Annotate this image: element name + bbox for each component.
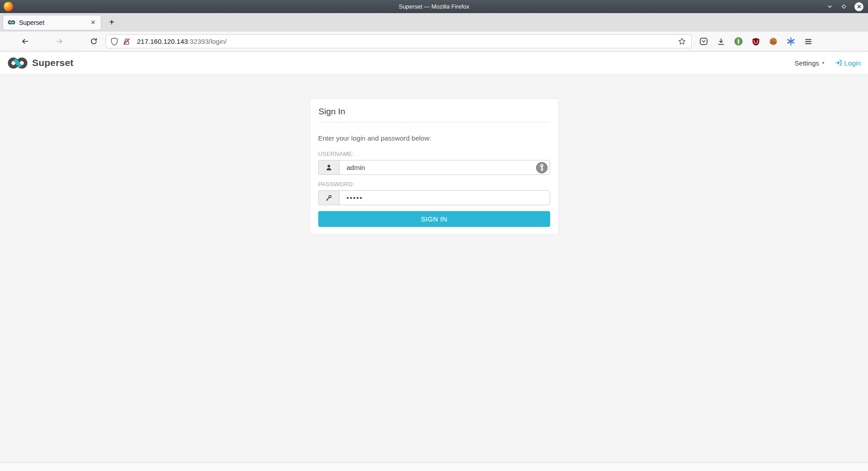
username-label: USERNAME: xyxy=(318,151,550,157)
tracking-protection-shield-icon[interactable] xyxy=(111,38,118,46)
tab-strip: Superset ✕ + xyxy=(0,13,868,32)
window-close-icon[interactable] xyxy=(854,2,863,11)
downloads-icon[interactable] xyxy=(717,38,725,46)
settings-label: Settings xyxy=(795,59,819,67)
sign-in-button[interactable]: SIGN IN xyxy=(318,211,550,227)
extension-green-icon[interactable] xyxy=(734,37,743,46)
password-label: PASSWORD: xyxy=(318,181,550,188)
cookie-icon[interactable] xyxy=(769,37,778,46)
reload-button[interactable] xyxy=(86,34,101,49)
url-text: 217.160.120.143:32393/login/ xyxy=(137,38,227,45)
login-label: Login xyxy=(844,59,861,67)
url-path: :32393/login/ xyxy=(188,38,227,45)
password-group xyxy=(318,190,550,205)
firefox-icon xyxy=(4,2,13,11)
page-content: Sign In Enter your login and password be… xyxy=(0,75,868,471)
back-button[interactable] xyxy=(17,34,33,49)
login-link[interactable]: Login xyxy=(835,59,861,67)
user-icon xyxy=(318,160,339,175)
username-group xyxy=(318,160,550,175)
insecure-lock-icon[interactable] xyxy=(123,38,131,46)
window-titlebar: Superset — Mozilla Firefox xyxy=(0,0,868,13)
tab-favicon xyxy=(8,20,15,25)
superset-navbar: Superset Settings ▾ Login xyxy=(0,52,868,75)
window-shade-icon[interactable] xyxy=(826,3,833,10)
settings-menu[interactable]: Settings ▾ xyxy=(795,59,825,67)
caret-down-icon: ▾ xyxy=(822,61,825,65)
extension-asterisk-icon[interactable] xyxy=(787,37,795,46)
username-input[interactable] xyxy=(339,160,550,175)
new-tab-button[interactable]: + xyxy=(104,15,119,30)
tab-close-icon[interactable]: ✕ xyxy=(88,18,98,28)
sign-in-icon xyxy=(835,59,842,66)
bookmark-star-icon[interactable] xyxy=(678,38,686,45)
window-controls xyxy=(826,0,863,13)
menu-hamburger-icon[interactable] xyxy=(804,38,812,46)
password-input[interactable] xyxy=(339,190,550,205)
tab-superset[interactable]: Superset ✕ xyxy=(3,15,101,30)
superset-logo-icon xyxy=(7,57,28,69)
sign-in-card: Sign In Enter your login and password be… xyxy=(310,99,559,235)
login-instruction: Enter your login and password below: xyxy=(318,134,550,142)
tab-label: Superset xyxy=(19,19,85,26)
password-manager-key-icon[interactable] xyxy=(536,161,548,174)
window-title: Superset — Mozilla Firefox xyxy=(399,3,469,10)
superset-brand-link[interactable]: Superset xyxy=(7,57,73,69)
card-title: Sign In xyxy=(319,107,550,117)
key-icon xyxy=(318,190,339,205)
window-maximize-icon[interactable] xyxy=(840,3,847,10)
forward-button[interactable] xyxy=(52,34,67,49)
ublock-origin-icon[interactable] xyxy=(752,38,760,46)
brand-name: Superset xyxy=(32,57,73,68)
pocket-icon[interactable] xyxy=(699,37,708,46)
url-bar[interactable]: 217.160.120.143:32393/login/ xyxy=(106,34,692,48)
page-footer xyxy=(0,462,868,471)
browser-toolbar: 217.160.120.143:32393/login/ xyxy=(0,32,868,52)
login-form: Enter your login and password below: USE… xyxy=(310,122,558,234)
url-host: 217.160.120.143 xyxy=(137,38,188,45)
